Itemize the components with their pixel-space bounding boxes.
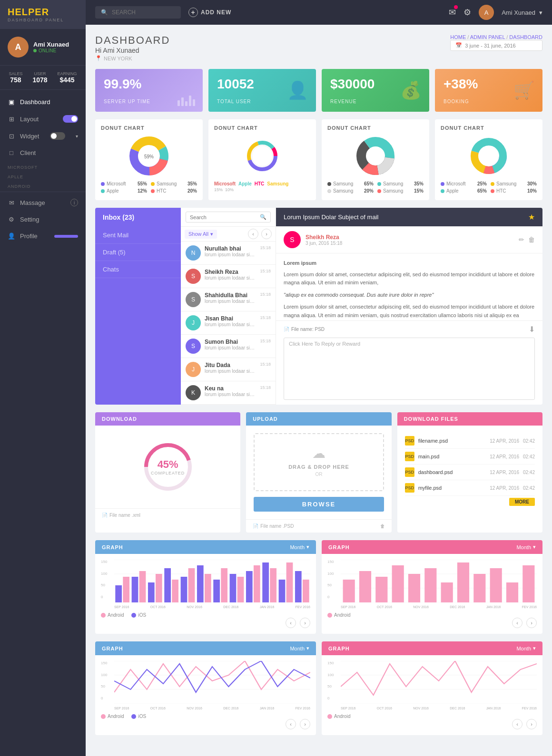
star-icon[interactable]: ★ bbox=[528, 213, 535, 222]
sidebar: HELPER DASHBOARD PANEL A Ami Xunaed ONLI… bbox=[0, 0, 86, 756]
calendar-icon: 📅 bbox=[455, 42, 462, 48]
mail-avatar-6: K bbox=[186, 385, 201, 400]
graph-header-2: GRAPH Month ▾ bbox=[322, 540, 542, 554]
mail-item-3[interactable]: J Jisan Bhai lorum ipsum lodaar sign an.… bbox=[181, 311, 276, 335]
donut-title-1: DONUT CHART bbox=[101, 125, 197, 131]
topbar: 🔍 + ADD NEW ✉ ⚙ A Ami Xunaed ▾ bbox=[86, 0, 552, 25]
donut-chart-3: DONUT CHART Samsung65% Samsung35% Samsu bbox=[322, 119, 429, 200]
mail-icon-button[interactable]: ✉ bbox=[449, 7, 456, 18]
breadcrumb-home[interactable]: HOME bbox=[450, 34, 466, 40]
svg-rect-40 bbox=[230, 574, 237, 602]
attachment-info: 📄 File name: PSD bbox=[284, 327, 325, 332]
graph-legend-2: Android bbox=[327, 612, 537, 618]
sidebar-item-setting[interactable]: ⚙ Setting bbox=[0, 211, 86, 228]
upload-footer: 📄 File name .PSD 🗑 bbox=[246, 519, 391, 533]
mail-item-6[interactable]: K Keu na lorum ipsum lodaar sign an... 1… bbox=[181, 381, 276, 405]
mail-search-input[interactable] bbox=[190, 214, 257, 220]
graph-month-select-2[interactable]: Month ▾ bbox=[516, 544, 536, 550]
donut-svg-container-1: 59% bbox=[101, 135, 197, 177]
donut-chart-1: DONUT CHART 59% Microsoft55% Samsung35% bbox=[95, 119, 203, 200]
graph4-prev[interactable]: ‹ bbox=[512, 719, 522, 729]
chats-item[interactable]: Chats bbox=[95, 261, 181, 278]
upload-drop-area[interactable]: ☁ DRAG & DROP HERE OR bbox=[254, 433, 384, 491]
sent-mail-item[interactable]: Sent Mail bbox=[95, 227, 181, 244]
file-icon: 📄 bbox=[284, 327, 289, 332]
file-icon-small: 📄 bbox=[102, 513, 108, 518]
file-icon-1: PSD bbox=[405, 452, 414, 461]
user-name: Ami Xunaed bbox=[33, 41, 69, 48]
search-icon: 🔍 bbox=[101, 9, 108, 16]
graph1-next[interactable]: › bbox=[300, 618, 310, 628]
prev-mail-button[interactable]: ‹ bbox=[248, 229, 258, 239]
graph-month-select-1[interactable]: Month ▾ bbox=[290, 544, 309, 550]
graph-body-1: 150100500 bbox=[95, 554, 316, 634]
sidebar-item-profile[interactable]: 👤 Profile bbox=[0, 228, 86, 244]
mail-item-5[interactable]: J Jitu Dada lorum ipsum lodaar sign an..… bbox=[181, 358, 276, 381]
mail-info-6: Keu na lorum ipsum lodaar sign an... bbox=[205, 385, 256, 400]
reply-box[interactable]: Click Here To Reply or Reward bbox=[284, 338, 535, 400]
search-input[interactable] bbox=[112, 9, 174, 16]
sidebar-item-layout[interactable]: ⊞ Layout bbox=[0, 110, 86, 127]
mail-item-2[interactable]: S Shahidulla Bhai lorum ipsum lodaar sig… bbox=[181, 288, 276, 311]
donut-chart-4: DONUT CHART Microsoft25% Samsung30% App bbox=[435, 119, 542, 200]
graph2-prev[interactable]: ‹ bbox=[512, 618, 522, 628]
search-box[interactable]: 🔍 bbox=[95, 6, 181, 19]
body-quote: "aliqup ex ea commodo consequat. Dus aut… bbox=[284, 291, 535, 300]
sidebar-item-dashboard[interactable]: ▣ Dashboard bbox=[0, 94, 86, 110]
graph-card-2: GRAPH Month ▾ 150100500 bbox=[322, 540, 542, 634]
avatar: A bbox=[8, 37, 29, 58]
topbar-user[interactable]: Ami Xunaed ▾ bbox=[502, 9, 542, 16]
add-new-button[interactable]: + ADD NEW bbox=[188, 8, 231, 17]
sidebar-item-widget[interactable]: ⊡ Widget ▾ bbox=[0, 127, 86, 145]
graph-card-3: GRAPH Month ▾ 150100500 bbox=[95, 641, 316, 735]
mail-item-4[interactable]: S Sumon Bhai lorum ipsum lodaar sign an.… bbox=[181, 335, 276, 358]
settings-icon-button[interactable]: ⚙ bbox=[463, 7, 471, 18]
svg-rect-63 bbox=[490, 568, 502, 602]
progress-text: 45% COMPLEATED bbox=[151, 458, 185, 475]
graph2-next[interactable]: › bbox=[526, 618, 537, 628]
graph1-prev[interactable]: ‹ bbox=[286, 618, 296, 628]
svg-rect-49 bbox=[303, 580, 309, 602]
delete-upload-icon[interactable]: 🗑 bbox=[380, 523, 385, 529]
browse-button[interactable]: BROWSE bbox=[254, 497, 384, 512]
sidebar-item-massage[interactable]: ✉ Massage i bbox=[0, 194, 86, 211]
svg-text:59%: 59% bbox=[144, 154, 154, 159]
widget-toggle[interactable] bbox=[50, 132, 65, 140]
sidebar-logo: HELPER DASHBOARD PANEL bbox=[0, 0, 86, 29]
mail-item-1[interactable]: S Sheikh Reza lorum ipsum lodaar sign an… bbox=[181, 265, 276, 288]
stat-earning: EARNING $445 bbox=[57, 71, 77, 84]
layout-toggle[interactable] bbox=[63, 115, 78, 123]
dashboard-icon: ▣ bbox=[8, 98, 15, 106]
graph3-prev[interactable]: ‹ bbox=[286, 719, 296, 729]
more-button[interactable]: MORE bbox=[509, 498, 535, 506]
graph-month-select-4[interactable]: Month ▾ bbox=[516, 645, 536, 651]
inbox-title: Inbox (23) bbox=[95, 208, 181, 227]
svg-rect-30 bbox=[148, 582, 155, 602]
mail-detail: Lorum Ipsum Dolar Subject of mail ★ S Sh… bbox=[276, 208, 542, 405]
graph-month-select-3[interactable]: Month ▾ bbox=[290, 645, 309, 651]
stat-card-user: 10052 TOTAL USER 👤 bbox=[208, 69, 316, 112]
delete-icon[interactable]: 🗑 bbox=[528, 236, 535, 243]
svg-rect-34 bbox=[181, 577, 187, 602]
donut-title-3: DONUT CHART bbox=[327, 125, 424, 131]
chevron-down-icon: ▾ bbox=[76, 134, 78, 139]
breadcrumb-admin[interactable]: ADMIN PANEL bbox=[470, 34, 505, 40]
sidebar-item-client[interactable]: □ Client bbox=[0, 145, 86, 161]
svg-rect-60 bbox=[441, 582, 453, 602]
graph3-next[interactable]: › bbox=[300, 719, 310, 729]
mail-info-3: Jisan Bhai lorum ipsum lodaar sign an... bbox=[205, 315, 256, 330]
next-mail-button[interactable]: › bbox=[261, 229, 272, 239]
svg-rect-26 bbox=[115, 585, 122, 602]
donut-title-4: DONUT CHART bbox=[441, 125, 537, 131]
mail-subject: Lorum Ipsum Dolar Subject of mail bbox=[284, 213, 378, 221]
mail-search-box[interactable]: 🔍 bbox=[186, 212, 271, 223]
download-icon[interactable]: ⬇ bbox=[529, 325, 535, 334]
edit-icon[interactable]: ✏ bbox=[519, 236, 524, 243]
date-range: 📅 3 june - 31 june, 2016 bbox=[450, 40, 542, 51]
draft-item[interactable]: Draft (5) bbox=[95, 244, 181, 261]
sidebar-stats: Sales 758 USER 1078 EARNING $445 bbox=[0, 66, 86, 90]
graph4-next[interactable]: › bbox=[526, 719, 537, 729]
mail-item-0[interactable]: N Nurullah bhai lorum ipsum lodaar sign … bbox=[181, 242, 276, 265]
show-all-button[interactable]: Show All ▾ bbox=[185, 230, 217, 239]
mail-badge bbox=[454, 5, 458, 9]
